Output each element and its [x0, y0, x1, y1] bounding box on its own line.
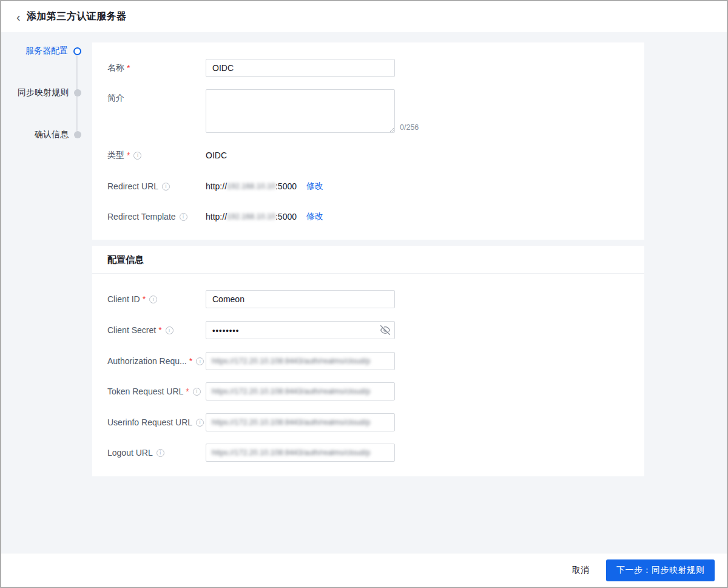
required-mark: *	[189, 356, 192, 366]
info-icon[interactable]: i	[162, 183, 170, 191]
step-label: 确认信息	[35, 129, 69, 140]
page-footer: 取消 下一步：同步映射规则	[1, 553, 727, 587]
client-id-row: Client ID* i	[107, 290, 629, 308]
logout-url-input[interactable]: https://172.20.10.108:8443/auth/realms/c…	[206, 444, 395, 462]
redirect-template-modify-link[interactable]: 修改	[306, 211, 323, 222]
client-secret-label: Client Secret* i	[107, 325, 206, 335]
masked-url: https://172.20.10.108:8443/auth/realms/c…	[212, 448, 370, 457]
redirect-url-value: http://192.168.10.10:5000	[206, 181, 297, 191]
info-icon[interactable]: i	[196, 419, 204, 427]
logout-url-row: Logout URL i https://172.20.10.108:8443/…	[107, 444, 629, 462]
authorization-url-label: Authorization Requ...* i	[107, 356, 206, 366]
userinfo-url-row: Userinfo Request URL i https://172.20.10…	[107, 413, 629, 431]
intro-row: 简介 0/256	[107, 89, 629, 133]
masked-host: 192.168.10.10	[227, 182, 275, 191]
logout-url-label: Logout URL i	[107, 448, 206, 458]
server-config-card: 名称* 简介 0/256 类型* i OIDC Redirect URL	[92, 42, 644, 240]
redirect-url-row: Redirect URL i http://192.168.10.10:5000…	[107, 177, 629, 195]
intro-textarea[interactable]	[206, 89, 395, 133]
required-mark: *	[143, 294, 146, 304]
page-header: ‹ 添加第三方认证服务器	[1, 1, 727, 32]
masked-url: https://172.20.10.108:8443/auth/realms/c…	[212, 418, 370, 427]
masked-url: https://172.20.10.108:8443/auth/realms/c…	[212, 387, 370, 396]
step-dot-icon	[74, 89, 81, 96]
info-icon[interactable]: i	[193, 388, 201, 396]
client-id-label: Client ID* i	[107, 294, 206, 304]
client-id-input[interactable]	[206, 290, 395, 308]
userinfo-url-input[interactable]: https://172.20.10.108:8443/auth/realms/c…	[206, 413, 395, 431]
redirect-url-label: Redirect URL i	[107, 181, 206, 191]
config-info-card: 配置信息 Client ID* i Client Secret* i	[92, 246, 644, 476]
redirect-template-value: http://192.168.10.10:5000	[206, 212, 297, 221]
step-label: 服务器配置	[25, 46, 68, 56]
token-url-input[interactable]: https://172.20.10.108:8443/auth/realms/c…	[206, 382, 395, 400]
page-title: 添加第三方认证服务器	[27, 10, 127, 23]
info-icon[interactable]: i	[157, 449, 164, 457]
step-sync-mapping: 同步映射规则	[18, 87, 81, 99]
required-mark: *	[158, 325, 161, 335]
redirect-template-label: Redirect Template i	[107, 212, 206, 221]
token-url-row: Token Request URL* i https://172.20.10.1…	[107, 382, 629, 400]
required-mark: *	[186, 387, 189, 396]
section-title: 配置信息	[107, 254, 144, 266]
intro-label: 简介	[107, 89, 206, 104]
masked-url: https://172.20.10.108:8443/auth/realms/c…	[212, 357, 370, 365]
masked-host: 192.168.10.10	[227, 212, 275, 221]
step-dot-icon	[74, 131, 81, 138]
content-area: 服务器配置 同步映射规则 确认信息 名称* 简介 0/256	[1, 32, 727, 553]
required-mark: *	[127, 63, 130, 73]
redirect-template-row: Redirect Template i http://192.168.10.10…	[107, 208, 629, 226]
char-counter: 0/256	[400, 123, 419, 132]
next-step-button[interactable]: 下一步：同步映射规则	[606, 559, 715, 581]
token-url-label: Token Request URL* i	[107, 387, 206, 396]
redirect-url-modify-link[interactable]: 修改	[306, 181, 323, 192]
authorization-url-row: Authorization Requ...* i https://172.20.…	[107, 352, 629, 370]
authorization-url-input[interactable]: https://172.20.10.108:8443/auth/realms/c…	[206, 352, 395, 370]
step-label: 同步映射规则	[18, 87, 69, 98]
section-divider	[92, 273, 644, 274]
step-confirm-info: 确认信息	[35, 129, 81, 141]
wizard-stepper: 服务器配置 同步映射规则 确认信息	[1, 32, 92, 553]
info-icon[interactable]: i	[166, 326, 174, 334]
info-icon[interactable]: i	[180, 213, 187, 221]
userinfo-url-label: Userinfo Request URL i	[107, 417, 206, 427]
info-icon[interactable]: i	[149, 296, 157, 303]
info-icon[interactable]: i	[133, 152, 141, 160]
client-secret-input[interactable]	[206, 321, 395, 339]
name-label: 名称*	[107, 63, 206, 73]
type-row: 类型* i OIDC	[107, 146, 629, 164]
required-mark: *	[127, 150, 130, 160]
step-server-config: 服务器配置	[25, 45, 81, 57]
type-value: OIDC	[206, 150, 227, 160]
back-icon[interactable]: ‹	[16, 11, 21, 23]
name-input[interactable]	[206, 59, 395, 77]
type-label: 类型* i	[107, 150, 206, 161]
step-active-dot-icon	[73, 47, 81, 55]
client-secret-row: Client Secret* i	[107, 321, 629, 339]
info-icon[interactable]: i	[196, 357, 204, 365]
eye-off-icon[interactable]	[380, 325, 390, 335]
cancel-button[interactable]: 取消	[572, 565, 589, 576]
name-row: 名称*	[107, 59, 629, 77]
